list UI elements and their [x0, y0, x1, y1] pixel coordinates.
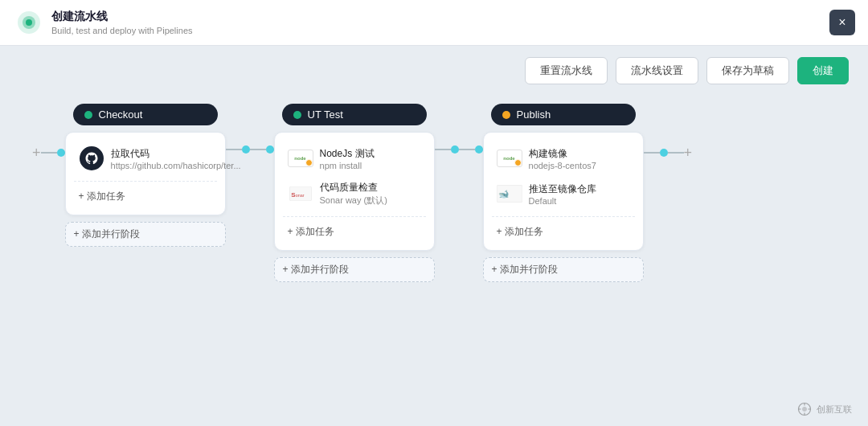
connector-line-right2 — [668, 152, 684, 154]
task-build-sub: nodejs-8-centos7 — [529, 161, 596, 170]
task-checkout-sub: https://github.com/hashicorp/ter... — [111, 161, 241, 170]
add-parallel-publish-button[interactable]: + 添加并行阶段 — [483, 257, 644, 282]
add-task-ut-button[interactable]: + 添加任务 — [283, 222, 426, 242]
docker-icon: 🐋 — [497, 181, 522, 207]
task-nodejs-name: NodeJs 测试 — [320, 147, 375, 161]
task-build-info: 构建镜像 nodejs-8-centos7 — [529, 147, 596, 170]
app-logo — [16, 10, 42, 35]
line-3 — [435, 149, 451, 150]
task-sonar-info: 代码质量检查 Sonar way (默认) — [320, 181, 387, 207]
reset-pipeline-button[interactable]: 重置流水线 — [525, 57, 608, 84]
task-divider — [74, 181, 217, 182]
nodejs-icon: node — [288, 145, 313, 171]
header: 创建流水线 Build, test and deploy with Pipeli… — [0, 0, 868, 46]
task-checkout-code[interactable]: 拉取代码 https://github.com/hashicorp/ter... — [74, 141, 217, 176]
create-button[interactable]: 创建 — [797, 57, 849, 84]
add-task-checkout-button[interactable]: + 添加任务 — [74, 186, 217, 207]
nodejs-status-dot — [305, 159, 313, 166]
watermark-text: 创新互联 — [817, 403, 852, 416]
task-sonar[interactable]: S onar 代码质量检查 Sonar way (默认) — [283, 176, 426, 211]
connector-dot-right — [660, 149, 668, 157]
connector-1-2 — [226, 145, 274, 154]
task-divider-2 — [283, 216, 426, 217]
dot-3 — [451, 145, 459, 154]
stage-checkout-header: Checkout — [73, 104, 218, 125]
line-2 — [250, 149, 266, 150]
stage-publish-status-dot — [502, 111, 510, 119]
stage-ut-test-body: node NodeJs 测试 npm install S ona — [274, 132, 435, 251]
task-push-sub: Default — [529, 196, 596, 206]
nodejs-build-status-dot — [514, 159, 522, 166]
add-parallel-ut-button[interactable]: + 添加并行阶段 — [274, 257, 435, 282]
connector-2-3 — [435, 145, 483, 154]
pipeline-canvas: + Checkout 拉取代码 https://gith — [0, 96, 868, 290]
stage-ut-test: UT Test node NodeJs 测试 npm install — [274, 104, 435, 282]
add-right-icon[interactable]: + — [684, 145, 693, 160]
stage-publish-header: Publish — [491, 104, 636, 125]
header-text: 创建流水线 Build, test and deploy with Pipeli… — [51, 10, 193, 35]
save-draft-button[interactable]: 保存为草稿 — [706, 57, 789, 84]
task-checkout-name: 拉取代码 — [111, 147, 241, 161]
footer-watermark: 创新互联 — [797, 402, 852, 416]
connector-line-left — [41, 152, 57, 154]
stage-publish-body: node 构建镜像 nodejs-8-centos7 🐋 — [483, 132, 644, 251]
task-nodejs-info: NodeJs 测试 npm install — [320, 147, 375, 170]
stage-checkout-title: Checkout — [99, 109, 143, 121]
sonar-icon: S onar — [288, 181, 313, 207]
svg-text:onar: onar — [295, 193, 304, 198]
task-checkout-info: 拉取代码 https://github.com/hashicorp/ter... — [111, 147, 241, 170]
task-nodejs-sub: npm install — [320, 161, 375, 170]
close-button[interactable]: × — [829, 10, 855, 35]
pipeline-settings-button[interactable]: 流水线设置 — [616, 57, 698, 84]
connector-dot-left — [57, 149, 65, 157]
close-icon: × — [838, 15, 845, 30]
left-connector: + — [32, 145, 65, 160]
task-sonar-sub: Sonar way (默认) — [320, 195, 387, 207]
add-task-publish-button[interactable]: + 添加任务 — [492, 222, 635, 242]
stage-ut-test-status-dot — [293, 111, 301, 119]
page-subtitle: Build, test and deploy with Pipelines — [51, 26, 193, 35]
github-icon — [79, 145, 104, 171]
stage-ut-test-header: UT Test — [282, 104, 427, 125]
stage-checkout-status-dot — [84, 111, 92, 119]
toolbar: 重置流水线 流水线设置 保存为草稿 创建 — [0, 46, 868, 96]
task-divider-3 — [492, 216, 635, 217]
task-push-image[interactable]: 🐋 推送至镜像仓库 Default — [492, 176, 635, 211]
dot-4 — [475, 145, 483, 154]
stage-publish: Publish node 构建镜像 nodejs-8-centos7 — [483, 104, 644, 282]
nodejs-build-icon: node — [497, 145, 522, 171]
task-sonar-name: 代码质量检查 — [320, 181, 387, 195]
svg-point-2 — [26, 19, 32, 26]
task-push-info: 推送至镜像仓库 Default — [529, 182, 596, 206]
right-connector: + — [644, 145, 693, 160]
stage-checkout-body: 拉取代码 https://github.com/hashicorp/ter...… — [65, 132, 226, 215]
line-1 — [226, 149, 242, 150]
stage-publish-title: Publish — [517, 109, 551, 121]
task-push-name: 推送至镜像仓库 — [529, 182, 596, 196]
add-parallel-checkout-button[interactable]: + 添加并行阶段 — [65, 222, 226, 247]
svg-text:🐋: 🐋 — [498, 189, 510, 199]
watermark-icon — [797, 402, 812, 416]
stage-ut-test-title: UT Test — [308, 109, 343, 121]
task-nodejs-test[interactable]: node NodeJs 测试 npm install — [283, 141, 426, 176]
line-4 — [459, 149, 475, 150]
task-build-image[interactable]: node 构建镜像 nodejs-8-centos7 — [492, 141, 635, 176]
page-title: 创建流水线 — [51, 10, 193, 24]
dot-2 — [266, 145, 274, 154]
dot-1 — [242, 145, 250, 154]
stage-checkout: Checkout 拉取代码 https://github.com/hashico… — [65, 104, 226, 247]
task-build-name: 构建镜像 — [529, 147, 596, 161]
connector-line-right — [644, 152, 660, 154]
add-left-icon[interactable]: + — [32, 145, 41, 160]
